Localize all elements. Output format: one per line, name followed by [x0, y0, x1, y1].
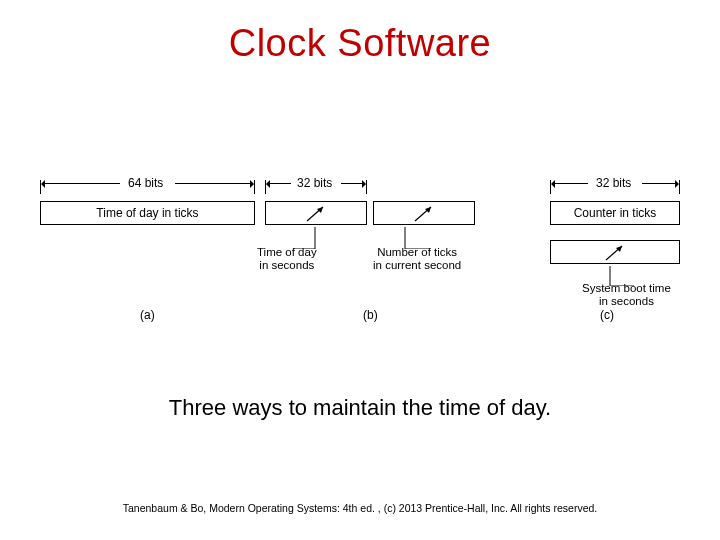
- width-bar-c: 32 bits: [550, 180, 680, 198]
- width-label-c: 32 bits: [596, 176, 631, 190]
- fig-letter-b: (b): [363, 308, 378, 322]
- box-c-top: Counter in ticks: [550, 201, 680, 225]
- box-a-label: Time of day in ticks: [96, 206, 198, 220]
- caption: Three ways to maintain the time of day.: [0, 395, 720, 421]
- figure: 64 bits Time of day in ticks (a) 32 bits: [40, 180, 680, 350]
- width-label-b: 32 bits: [297, 176, 332, 190]
- box-c-label: Counter in ticks: [574, 206, 657, 220]
- fig-col-a: 64 bits Time of day in ticks: [40, 180, 255, 225]
- fig-letter-a: (a): [140, 308, 155, 322]
- sublabel-b1: Time of dayin seconds: [257, 246, 317, 272]
- sublabel-c: System boot timein seconds: [582, 282, 671, 308]
- box-b-left: [265, 201, 367, 225]
- fig-col-b: 32 bits Time of dayin seconds Number of …: [265, 180, 475, 261]
- width-bar-a: 64 bits: [40, 180, 255, 198]
- box-b-right: [373, 201, 475, 225]
- slide: Clock Software 64 bits Time of day in ti…: [0, 0, 720, 540]
- sublabel-b2: Number of ticksin current second: [373, 246, 461, 272]
- box-a: Time of day in ticks: [40, 201, 255, 225]
- box-stack-b: [265, 201, 475, 225]
- fig-letter-c: (c): [600, 308, 614, 322]
- page-title: Clock Software: [0, 0, 720, 65]
- width-bar-b: 32 bits: [265, 180, 367, 198]
- box-c-bottom: [550, 240, 680, 264]
- width-label-a: 64 bits: [128, 176, 163, 190]
- fig-col-c: 32 bits Counter in ticks System boot tim…: [490, 180, 680, 300]
- footer: Tanenbaum & Bo, Modern Operating Systems…: [0, 502, 720, 514]
